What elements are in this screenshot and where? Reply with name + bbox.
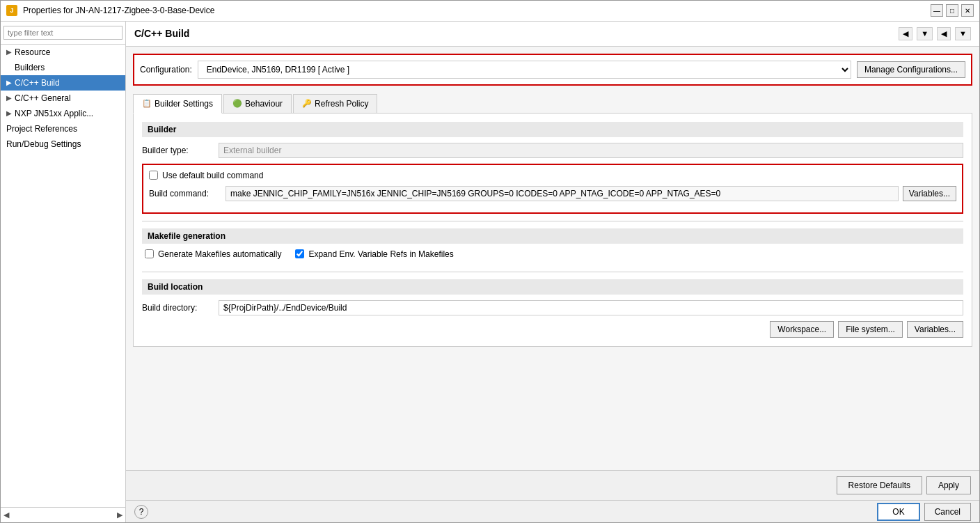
apply-button[interactable]: Apply (926, 476, 971, 494)
tab-label: Refresh Policy (315, 99, 368, 109)
sidebar-item-cpp-general[interactable]: ▶ C/C++ General (1, 91, 125, 106)
build-dir-label: Build directory: (142, 303, 219, 313)
chevron-icon: ▶ (6, 79, 12, 86)
content-body: Configuration: EndDevice, JN5169, DR1199… (126, 47, 979, 470)
generate-makefiles-row: Generate Makefiles automatically (145, 249, 281, 259)
tab-bar: 📋 Builder Settings 🟢 Behaviour 🔑 Refresh… (133, 94, 972, 114)
chevron-icon: ▶ (6, 109, 12, 117)
behaviour-icon: 🟢 (232, 99, 242, 108)
sidebar-item-label: Project References (6, 124, 77, 134)
configuration-select[interactable]: EndDevice, JN5169, DR1199 [ Active ] (198, 61, 851, 79)
sidebar-item-builders[interactable]: Builders (1, 60, 125, 75)
tab-label: Behaviour (245, 99, 283, 109)
build-command-input[interactable] (226, 186, 899, 201)
variables-button[interactable]: Variables... (903, 186, 956, 201)
tab-behaviour[interactable]: 🟢 Behaviour (223, 94, 292, 113)
maximize-button[interactable]: □ (946, 4, 958, 17)
build-dir-input[interactable] (219, 300, 963, 315)
sidebar-item-label: C/C++ Build (15, 78, 60, 88)
sidebar: ▶ Resource Builders ▶ C/C++ Build ▶ C/C+… (1, 22, 126, 522)
tab-builder-settings[interactable]: 📋 Builder Settings (133, 94, 222, 114)
build-command-row: Build command: Variables... (149, 186, 956, 201)
use-default-label: Use default build command (162, 171, 263, 180)
sidebar-item-label: Resource (15, 47, 50, 57)
app-icon: J (6, 5, 17, 16)
scroll-left-icon[interactable]: ◀ (3, 510, 9, 520)
sidebar-item-cpp-build[interactable]: ▶ C/C++ Build (1, 75, 125, 91)
nav-back-button[interactable]: ◀ (899, 27, 912, 40)
use-default-checkbox[interactable] (149, 171, 158, 180)
footer: ? OK Cancel (126, 500, 979, 522)
tab-refresh-policy[interactable]: 🔑 Refresh Policy (293, 94, 377, 113)
title-bar: J Properties for JN-AN-1217-Zigbee-3-0-B… (1, 1, 979, 22)
build-dir-row: Build directory: (142, 300, 963, 315)
sidebar-item-label: C/C++ General (15, 93, 71, 103)
refresh-policy-icon: 🔑 (302, 99, 312, 108)
workspace-button[interactable]: Workspace... (770, 321, 834, 338)
sidebar-nav-arrows: ◀ ▶ (1, 507, 125, 522)
build-location-buttons: Workspace... File system... Variables... (142, 321, 963, 338)
file-system-button[interactable]: File system... (838, 321, 903, 338)
footer-action-buttons: OK Cancel (877, 503, 971, 521)
chevron-icon: ▶ (6, 94, 12, 102)
variables-button-2[interactable]: Variables... (907, 321, 963, 338)
builder-type-row: Builder type: (142, 143, 963, 158)
sidebar-item-run-debug[interactable]: Run/Debug Settings (1, 136, 125, 152)
expand-env-row: Expand Env. Variable Refs in Makefiles (295, 249, 453, 259)
filter-input[interactable] (3, 26, 122, 40)
tab-panel-builder-settings: Builder Builder type: Use default build … (133, 114, 972, 347)
nav-forward-button[interactable]: ◀ (937, 27, 951, 40)
expand-env-label: Expand Env. Variable Refs in Makefiles (308, 249, 453, 259)
makefile-section-header: Makefile generation (142, 228, 963, 244)
build-command-section: Use default build command Build command:… (142, 164, 963, 214)
content-area: C/C++ Build ◀ ▼ ◀ ▼ Configuration: EndDe… (126, 22, 979, 522)
sidebar-item-label: Run/Debug Settings (6, 139, 81, 149)
configuration-label: Configuration: (140, 65, 192, 75)
scroll-right-icon[interactable]: ▶ (117, 510, 122, 520)
builder-settings-icon: 📋 (142, 99, 152, 108)
tab-label: Builder Settings (155, 99, 213, 109)
builder-section-title: Builder (148, 125, 176, 134)
restore-defaults-button[interactable]: Restore Defaults (837, 476, 922, 494)
configuration-row: Configuration: EndDevice, JN5169, DR1199… (133, 54, 972, 86)
sidebar-tree: ▶ Resource Builders ▶ C/C++ Build ▶ C/C+… (1, 45, 125, 507)
manage-configurations-button[interactable]: Manage Configurations... (857, 61, 965, 78)
section-divider-2 (142, 272, 963, 272)
sidebar-filter-area (1, 22, 125, 45)
sidebar-item-label: NXP JN51xx Applic... (15, 109, 93, 118)
sidebar-item-label: Builders (15, 63, 45, 72)
builder-type-label: Builder type: (142, 146, 219, 155)
build-location-title: Build location (148, 282, 203, 292)
content-title: C/C++ Build (134, 28, 189, 39)
nav-down-button[interactable]: ▼ (917, 27, 933, 40)
chevron-icon: ▶ (6, 48, 12, 56)
sidebar-item-resource[interactable]: ▶ Resource (1, 45, 125, 60)
expand-env-checkbox[interactable] (295, 249, 304, 258)
sidebar-item-project-references[interactable]: Project References (1, 121, 125, 136)
generate-makefiles-label: Generate Makefiles automatically (158, 249, 281, 259)
sidebar-item-nxp[interactable]: ▶ NXP JN51xx Applic... (1, 106, 125, 121)
section-divider (142, 221, 963, 221)
nav-menu-button[interactable]: ▼ (955, 27, 971, 40)
use-default-row: Use default build command (149, 171, 956, 180)
build-command-label: Build command: (149, 189, 226, 198)
generate-makefiles-checkbox[interactable] (145, 249, 154, 258)
makefile-section-title: Makefile generation (148, 231, 226, 241)
minimize-button[interactable]: — (931, 4, 943, 17)
ok-button[interactable]: OK (877, 503, 919, 521)
cancel-button[interactable]: Cancel (924, 503, 971, 521)
content-header: C/C++ Build ◀ ▼ ◀ ▼ (126, 22, 979, 47)
builder-section-header: Builder (142, 122, 963, 137)
bottom-bar: Restore Defaults Apply (126, 470, 979, 500)
window-title: Properties for JN-AN-1217-Zigbee-3-0-Bas… (23, 6, 214, 15)
header-nav-buttons: ◀ ▼ ◀ ▼ (899, 27, 971, 40)
build-location-section-header: Build location (142, 279, 963, 295)
builder-type-input[interactable] (219, 143, 963, 158)
close-button[interactable]: ✕ (961, 4, 974, 17)
help-button[interactable]: ? (134, 505, 148, 519)
